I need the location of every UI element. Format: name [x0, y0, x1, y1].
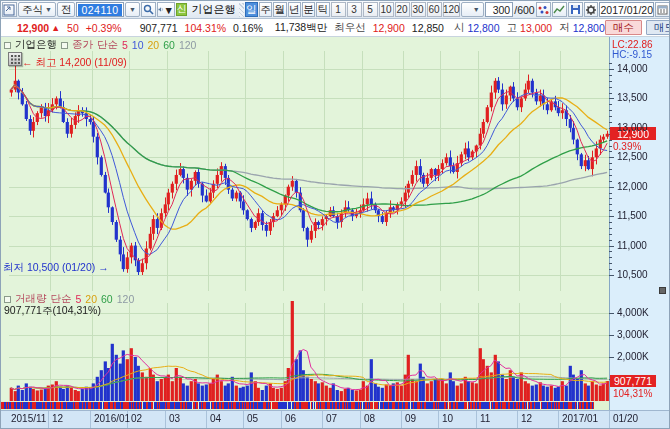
- grip-dots-icon: [11, 55, 20, 64]
- axis-tick-label: 08: [364, 413, 375, 424]
- legend-close-type: 종가: [72, 38, 93, 52]
- legend-ma-method: 단순: [97, 38, 118, 52]
- axis-tick-label: 13,500: [617, 92, 648, 103]
- axis-tick-label: 01/20: [613, 413, 638, 424]
- axis-tick-label: 07: [326, 413, 337, 424]
- price-legend: 기업은행 종가 단순 5 10 20 60 120: [4, 38, 196, 52]
- axis-resize-handle[interactable]: [659, 287, 666, 294]
- right-arrow-icon: →: [98, 261, 109, 273]
- ma10-label: 10: [132, 39, 144, 51]
- axis-tick-label: 10: [442, 413, 453, 424]
- axis-tick-label: 2,000K: [617, 351, 649, 362]
- axis-tick-label: 12,500: [617, 151, 648, 162]
- chart-drag-handle[interactable]: [8, 52, 22, 66]
- axis-tick-label: 02: [131, 413, 142, 424]
- axis-tick-label: 03: [169, 413, 180, 424]
- axis-tick-label: 2015/11: [11, 413, 46, 424]
- highest-price-annotation: ← 최고 14,200 (11/09): [22, 56, 127, 70]
- ma60-label: 60: [163, 39, 175, 51]
- axis-tick-label: 2016/01: [94, 413, 130, 424]
- lowest-price-annotation: 최저 10,500 (01/20) →: [3, 261, 109, 275]
- axis-tick-label: 11,000: [617, 240, 647, 251]
- axis-tick-label: 2017/01: [562, 413, 598, 424]
- current-volume-box: 907,771: [610, 375, 656, 387]
- axis-tick-label: 11,500: [617, 210, 647, 221]
- axis-tick-label: 05: [247, 413, 258, 424]
- vol-ma60-label: 60: [101, 293, 113, 305]
- hc-ratio-label: HC:-9.15: [612, 49, 652, 60]
- vol-ma120-label: 120: [117, 293, 135, 305]
- axis-tick-label: 13,000: [617, 122, 648, 133]
- axis-tick-label: 4,000K: [617, 307, 649, 318]
- checkbox-icon[interactable]: [4, 296, 11, 303]
- ma20-label: 20: [148, 39, 160, 51]
- checkbox-icon[interactable]: [4, 42, 11, 49]
- legend-stock-name: 기업은행: [15, 38, 57, 52]
- left-arrow-icon: ←: [22, 56, 33, 68]
- current-volume-pct: 104,31%: [613, 388, 652, 399]
- axis-tick-label: 3,000K: [617, 329, 649, 340]
- axis-tick-label: 10,500: [617, 269, 648, 280]
- axis-tick-label: 14,000: [617, 63, 648, 74]
- volume-subtitle: 907,771주(104,31%): [4, 304, 101, 318]
- checkbox-icon[interactable]: [61, 42, 68, 49]
- stock-chart-window: 주식▼ 전 024110 ▼ ▼ 신 기업은행 일 주 월 년 분 틱 1 3 …: [0, 0, 670, 429]
- axis-tick-label: 06: [285, 413, 296, 424]
- axis-tick-label: 12,000: [617, 181, 648, 192]
- axis-tick-label: 11: [480, 413, 490, 424]
- axis-tick-label: 04: [210, 413, 221, 424]
- axis-tick-label: 09: [405, 413, 416, 424]
- ma120-label: 120: [179, 39, 197, 51]
- ma5-label: 5: [122, 39, 128, 51]
- axis-tick-label: 12: [52, 413, 63, 424]
- axis-tick-label: 12: [521, 413, 532, 424]
